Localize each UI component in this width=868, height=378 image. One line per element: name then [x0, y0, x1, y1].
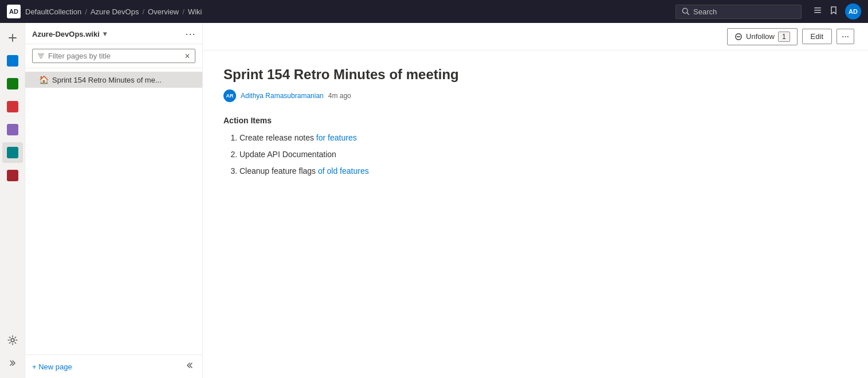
author-name: Adithya Ramasubramanian	[241, 92, 324, 100]
rail-artifacts[interactable]	[2, 96, 23, 117]
unfollow-icon	[735, 33, 743, 41]
filter-row: ✕	[25, 44, 202, 68]
breadcrumb-overview[interactable]: Overview	[148, 7, 179, 16]
rail-extensions[interactable]	[2, 165, 23, 186]
sidebar-collapse-button[interactable]	[186, 361, 195, 372]
breadcrumb: DefaultCollection / Azure DevOps / Overv…	[25, 7, 202, 16]
filter-icon	[37, 52, 45, 60]
page-meta: AR Adithya Ramasubramanian 4m ago	[223, 89, 847, 102]
new-page-label: + New page	[32, 363, 72, 371]
rail-boards[interactable]	[2, 50, 23, 71]
section-heading: Action Items	[223, 116, 847, 125]
app-logo[interactable]: AD	[7, 5, 21, 18]
bookmark-icon[interactable]	[829, 6, 838, 17]
author-avatar: AR	[223, 89, 236, 102]
top-navigation: AD DefaultCollection / Azure DevOps / Ov…	[0, 0, 868, 23]
search-icon	[682, 7, 690, 15]
filter-clear-icon[interactable]: ✕	[184, 52, 190, 60]
settings-icon	[7, 335, 18, 345]
user-avatar[interactable]: AD	[845, 3, 861, 20]
sidebar: Azure-DevOps.wiki ▾ ⋯ ✕ 🏠 Sprint 154 Ret…	[25, 23, 203, 378]
edit-label: Edit	[811, 32, 823, 41]
svg-line-1	[687, 13, 689, 14]
page-title: Sprint 154 Retro Minutes of meeting	[223, 67, 847, 83]
global-search[interactable]: Search	[675, 5, 802, 19]
main-layout: Azure-DevOps.wiki ▾ ⋯ ✕ 🏠 Sprint 154 Ret…	[0, 23, 868, 378]
action-item-3: Cleanup feature flags of old features	[239, 165, 847, 177]
sidebar-footer: + New page	[25, 354, 202, 378]
content-area: Unfollow 1 Edit ⋯ Sprint 154 Retro Minut…	[203, 23, 868, 378]
sidebar-title: Azure-DevOps.wiki ▾	[32, 30, 107, 38]
rail-wiki[interactable]	[2, 142, 23, 163]
breadcrumb-wiki[interactable]: Wiki	[188, 7, 202, 16]
action-items-list: Create release notes for features Update…	[223, 132, 847, 177]
unfollow-button[interactable]: Unfollow 1	[727, 28, 798, 45]
action-item-1-plain: Create release notes	[239, 133, 316, 142]
sidebar-more-button[interactable]: ⋯	[185, 29, 195, 39]
action-item-1-link[interactable]: for features	[316, 133, 357, 142]
action-item-2: Update API Documentation	[239, 149, 847, 161]
breadcrumb-azure-devops[interactable]: Azure DevOps	[91, 7, 139, 16]
breadcrumb-default-collection[interactable]: DefaultCollection	[25, 7, 81, 16]
search-label: Search	[693, 7, 717, 16]
rail-settings[interactable]	[2, 330, 23, 350]
tree-item-sprint[interactable]: 🏠 Sprint 154 Retro Minutes of me...	[25, 72, 202, 88]
tree-item-home-icon: 🏠	[39, 75, 49, 84]
unfollow-count-badge: 1	[778, 32, 790, 42]
more-options-icon: ⋯	[842, 32, 849, 41]
list-icon[interactable]	[813, 6, 822, 17]
sidebar-title-text: Azure-DevOps.wiki	[32, 30, 100, 38]
collapse-icon	[186, 361, 195, 370]
left-rail	[0, 23, 25, 378]
unfollow-label: Unfollow	[746, 32, 775, 41]
rail-testplans[interactable]	[2, 119, 23, 140]
filter-input-wrap[interactable]: ✕	[32, 49, 195, 63]
rail-bottom	[2, 330, 23, 373]
action-item-1: Create release notes for features	[239, 132, 847, 144]
content-body: Sprint 154 Retro Minutes of meeting AR A…	[203, 50, 868, 378]
rail-add-button[interactable]	[2, 28, 23, 48]
action-item-2-text: Update API Documentation	[239, 150, 336, 159]
chevron-double-right-icon	[8, 358, 17, 368]
sidebar-tree: 🏠 Sprint 154 Retro Minutes of me...	[25, 68, 202, 354]
action-item-3-link[interactable]: of old features	[318, 166, 369, 176]
svg-rect-4	[814, 12, 821, 13]
svg-rect-2	[814, 7, 821, 9]
svg-point-7	[11, 338, 14, 342]
page-time-ago: 4m ago	[328, 92, 351, 100]
new-page-button[interactable]: + New page	[32, 363, 72, 371]
svg-rect-3	[814, 10, 821, 11]
plus-icon	[8, 33, 17, 42]
sidebar-title-chevron-icon[interactable]: ▾	[103, 30, 107, 38]
action-item-3-plain: Cleanup feature flags	[239, 166, 318, 176]
more-options-button[interactable]: ⋯	[836, 29, 854, 44]
tree-item-label: Sprint 154 Retro Minutes of me...	[52, 76, 162, 84]
nav-icons: AD	[813, 3, 861, 20]
rail-collapse[interactable]	[2, 353, 23, 373]
content-toolbar: Unfollow 1 Edit ⋯	[203, 23, 868, 50]
edit-button[interactable]: Edit	[802, 29, 832, 44]
sidebar-header: Azure-DevOps.wiki ▾ ⋯	[25, 23, 202, 44]
filter-pages-input[interactable]	[48, 52, 181, 60]
rail-pipelines[interactable]	[2, 73, 23, 94]
